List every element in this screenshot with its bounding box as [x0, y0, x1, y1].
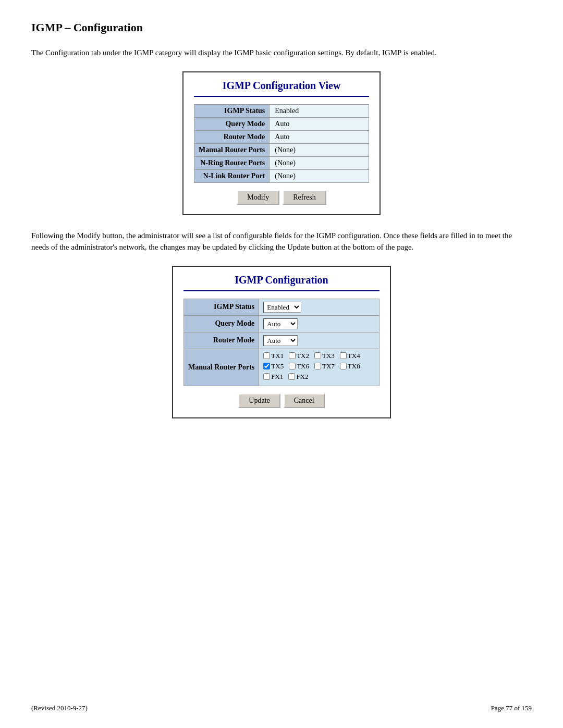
view-row-value: (None) [270, 143, 369, 156]
port-checkbox-row: FX1 FX2 [263, 373, 375, 381]
edit-panel-title: IGMP Configuration [183, 274, 380, 291]
igmp-status-label: IGMP Status [184, 299, 259, 315]
igmp-status-select[interactable]: EnabledDisabled [263, 302, 301, 313]
port-checkbox-tx4[interactable] [340, 352, 347, 359]
manual-router-ports-row: Manual Router Ports TX1 TX2 TX3 TX4 TX5 … [184, 349, 380, 386]
port-label-tx1: TX1 [263, 352, 284, 360]
page-title: IGMP – Configuration [31, 21, 532, 34]
refresh-button[interactable]: Refresh [283, 190, 326, 205]
port-label-tx2: TX2 [289, 352, 309, 360]
view-row-label: Query Mode [194, 117, 270, 130]
port-label-tx8: TX8 [340, 362, 360, 371]
query-mode-value-cell: AutoManual [259, 315, 380, 332]
view-table-row: Query Mode Auto [194, 117, 369, 130]
edit-btn-row: Update Cancel [183, 393, 380, 408]
view-row-label: Manual Router Ports [194, 143, 270, 156]
config-view-table: IGMP Status Enabled Query Mode Auto Rout… [194, 104, 369, 183]
port-checkbox-tx5[interactable] [263, 363, 270, 369]
igmp-config-view-panel: IGMP Configuration View IGMP Status Enab… [182, 71, 381, 215]
config-edit-table: IGMP Status EnabledDisabled Query Mode A… [183, 299, 380, 386]
port-label-tx3: TX3 [314, 352, 335, 360]
modify-button[interactable]: Modify [237, 190, 279, 205]
igmp-status-row: IGMP Status EnabledDisabled [184, 299, 380, 315]
port-checkbox-tx1[interactable] [263, 352, 270, 359]
router-mode-value-cell: AutoManual [259, 332, 380, 349]
footer-right: Page 77 of 159 [491, 704, 532, 712]
footer-left: (Revised 2010-9-27) [31, 704, 88, 712]
view-table-row: N-Ring Router Ports (None) [194, 156, 369, 169]
edit-panel-wrapper: IGMP Configuration IGMP Status EnabledDi… [31, 266, 532, 418]
query-mode-label: Query Mode [184, 315, 259, 332]
igmp-status-value-cell: EnabledDisabled [259, 299, 380, 315]
cancel-button[interactable]: Cancel [284, 393, 325, 408]
view-row-label: IGMP Status [194, 104, 270, 117]
port-checkbox-tx7[interactable] [314, 363, 321, 369]
mid-text: Following the Modify button, the adminis… [31, 230, 532, 253]
port-checkbox-row: TX5 TX6 TX7 TX8 [263, 362, 375, 371]
port-checkbox-tx8[interactable] [340, 363, 347, 369]
intro-text: The Configuration tab under the IGMP cat… [31, 47, 532, 59]
manual-router-ports-label: Manual Router Ports [184, 349, 259, 386]
port-checkbox-fx2[interactable] [288, 373, 295, 380]
footer: (Revised 2010-9-27) Page 77 of 159 [31, 704, 532, 712]
view-table-row: Manual Router Ports (None) [194, 143, 369, 156]
view-row-value: (None) [270, 169, 369, 182]
manual-router-ports-cell: TX1 TX2 TX3 TX4 TX5 TX6 TX7 TX8 FX1 FX2 [259, 349, 380, 386]
update-button[interactable]: Update [238, 393, 280, 408]
port-checkbox-tx2[interactable] [289, 352, 296, 359]
igmp-config-edit-panel: IGMP Configuration IGMP Status EnabledDi… [172, 266, 391, 418]
query-mode-select[interactable]: AutoManual [263, 318, 298, 329]
router-mode-select[interactable]: AutoManual [263, 335, 298, 346]
view-row-label: Router Mode [194, 130, 270, 143]
port-checkbox-fx1[interactable] [263, 373, 270, 380]
query-mode-row: Query Mode AutoManual [184, 315, 380, 332]
view-table-row: Router Mode Auto [194, 130, 369, 143]
view-row-value: Enabled [270, 104, 369, 117]
view-row-value: (None) [270, 156, 369, 169]
port-label-fx1: FX1 [263, 373, 283, 381]
router-mode-label: Router Mode [184, 332, 259, 349]
port-label-tx7: TX7 [314, 362, 335, 371]
router-mode-row: Router Mode AutoManual [184, 332, 380, 349]
port-label-fx2: FX2 [288, 373, 308, 381]
view-panel-title: IGMP Configuration View [194, 80, 369, 97]
view-row-value: Auto [270, 117, 369, 130]
port-label-tx5: TX5 [263, 362, 284, 371]
view-table-row: IGMP Status Enabled [194, 104, 369, 117]
view-panel-wrapper: IGMP Configuration View IGMP Status Enab… [31, 71, 532, 215]
port-checkbox-row: TX1 TX2 TX3 TX4 [263, 352, 375, 360]
view-btn-row: Modify Refresh [194, 190, 369, 205]
view-row-label: N-Ring Router Ports [194, 156, 270, 169]
port-label-tx4: TX4 [340, 352, 360, 360]
port-label-tx6: TX6 [289, 362, 309, 371]
view-row-label: N-Link Router Port [194, 169, 270, 182]
port-checkbox-tx3[interactable] [314, 352, 321, 359]
view-row-value: Auto [270, 130, 369, 143]
port-checkbox-tx6[interactable] [289, 363, 296, 369]
view-table-row: N-Link Router Port (None) [194, 169, 369, 182]
